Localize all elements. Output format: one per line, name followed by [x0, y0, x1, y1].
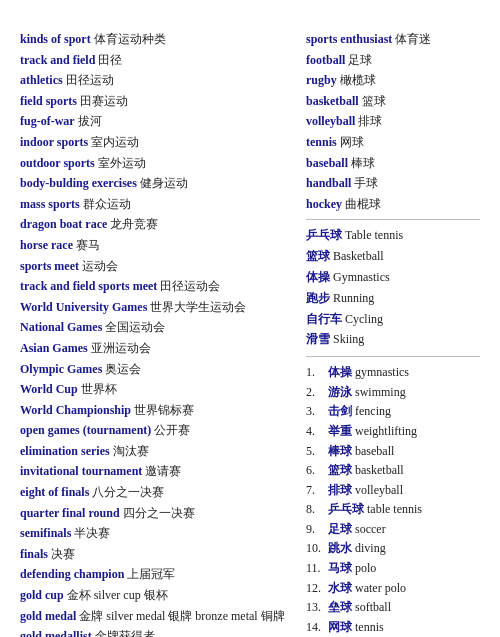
vocab-item: defending champion 上届冠军 — [20, 565, 292, 584]
vocab-en: elimination series — [20, 444, 110, 458]
vocab-en: track and field — [20, 53, 95, 67]
vocab-en: athletics — [20, 73, 63, 87]
item-cn: diving — [355, 539, 386, 558]
item-en: 乒乓球 — [328, 500, 364, 519]
vocab-item: baseball 棒球 — [306, 154, 480, 173]
item-cn: swimming — [355, 383, 406, 402]
vocab-en: handball — [306, 176, 351, 190]
vocab-item: tennis 网球 — [306, 133, 480, 152]
vocab-cn: 奥运会 — [102, 362, 141, 376]
vocab-en: baseball — [306, 156, 348, 170]
item-number: 4. — [306, 422, 328, 441]
vocab-cn: 决赛 — [48, 547, 75, 561]
vocab-en: World University Games — [20, 300, 147, 314]
item-cn: volleyball — [355, 481, 403, 500]
vocab-cn: 邀请赛 — [142, 464, 181, 478]
vocab-item: outdoor sports 室外运动 — [20, 154, 292, 173]
highlight-cn: Table tennis — [342, 228, 403, 242]
highlight-item: 篮球 Basketball — [306, 247, 480, 267]
item-number: 7. — [306, 481, 328, 500]
item-en: 游泳 — [328, 383, 352, 402]
vocab-en: kinds of sport — [20, 32, 91, 46]
item-en: 棒球 — [328, 442, 352, 461]
vocab-cn: 曲棍球 — [342, 197, 381, 211]
right-highlights: 乒乓球 Table tennis篮球 Basketball体操 Gymnasti… — [306, 219, 480, 350]
numbered-item: 10.跳水diving — [306, 539, 480, 558]
vocab-en: dragon boat race — [20, 217, 107, 231]
left-vocab-list: kinds of sport 体育运动种类track and field 田径a… — [20, 30, 292, 637]
page: kinds of sport 体育运动种类track and field 田径a… — [0, 0, 500, 637]
vocab-item: athletics 田径运动 — [20, 71, 292, 90]
highlight-cn: Skiing — [330, 332, 364, 346]
vocab-en: quarter final round — [20, 506, 120, 520]
vocab-item: eight of finals 八分之一决赛 — [20, 483, 292, 502]
vocab-en: sports enthusiast — [306, 32, 392, 46]
item-en: 水球 — [328, 579, 352, 598]
vocab-en: Olympic Games — [20, 362, 102, 376]
vocab-cn: 半决赛 — [71, 526, 110, 540]
right-column: sports enthusiast 体育迷football 足球rugby 橄榄… — [300, 30, 480, 637]
vocab-item: hockey 曲棍球 — [306, 195, 480, 214]
vocab-cn: 网球 — [337, 135, 364, 149]
vocab-en: indoor sports — [20, 135, 88, 149]
vocab-item: World University Games 世界大学生运动会 — [20, 298, 292, 317]
vocab-cn: 龙舟竞赛 — [107, 217, 158, 231]
vocab-cn: 运动会 — [79, 259, 118, 273]
numbered-item: 8.乒乓球table tennis — [306, 500, 480, 519]
vocab-item: volleyball 排球 — [306, 112, 480, 131]
item-number: 3. — [306, 402, 328, 421]
vocab-cn: 世界大学生运动会 — [147, 300, 246, 314]
vocab-item: quarter final round 四分之一决赛 — [20, 504, 292, 523]
highlight-cn: Basketball — [330, 249, 384, 263]
item-cn: tennis — [355, 618, 384, 637]
vocab-item: Asian Games 亚洲运动会 — [20, 339, 292, 358]
vocab-en: tennis — [306, 135, 337, 149]
item-number: 1. — [306, 363, 328, 382]
main-content: kinds of sport 体育运动种类track and field 田径a… — [20, 30, 480, 637]
numbered-item: 11.马球polo — [306, 559, 480, 578]
vocab-en: football — [306, 53, 345, 67]
vocab-item: handball 手球 — [306, 174, 480, 193]
vocab-en: gold medal — [20, 609, 76, 623]
vocab-en: hockey — [306, 197, 342, 211]
vocab-cn: 室内运动 — [88, 135, 139, 149]
vocab-cn: 田赛运动 — [77, 94, 128, 108]
vocab-item: sports meet 运动会 — [20, 257, 292, 276]
item-en: 篮球 — [328, 461, 352, 480]
divider — [306, 219, 480, 220]
vocab-cn: 田径运动会 — [157, 279, 220, 293]
item-number: 9. — [306, 520, 328, 539]
vocab-en: eight of finals — [20, 485, 89, 499]
vocab-en: fug-of-war — [20, 114, 75, 128]
highlight-en: 跑步 — [306, 291, 330, 305]
vocab-cn: 上届冠军 — [124, 567, 175, 581]
vocab-item: football 足球 — [306, 51, 480, 70]
numbered-item: 5.棒球baseball — [306, 442, 480, 461]
item-en: 垒球 — [328, 598, 352, 617]
vocab-item: World Championship 世界锦标赛 — [20, 401, 292, 420]
item-cn: basketball — [355, 461, 404, 480]
vocab-en: defending champion — [20, 567, 124, 581]
vocab-cn: 室外运动 — [95, 156, 146, 170]
vocab-item: invitational tournament 邀请赛 — [20, 462, 292, 481]
vocab-item: indoor sports 室内运动 — [20, 133, 292, 152]
vocab-en: horse race — [20, 238, 73, 252]
numbered-item: 12.水球water polo — [306, 579, 480, 598]
highlight-en: 自行车 — [306, 312, 342, 326]
vocab-item: body-bulding exercises 健身运动 — [20, 174, 292, 193]
highlight-en: 滑雪 — [306, 332, 330, 346]
right-numbered-list: 1.体操gymnastics2.游泳swimming3.击剑fencing4.举… — [306, 356, 480, 637]
vocab-cn: 八分之一决赛 — [89, 485, 164, 499]
vocab-en: volleyball — [306, 114, 355, 128]
vocab-cn: 淘汰赛 — [110, 444, 149, 458]
vocab-en: mass sports — [20, 197, 80, 211]
vocab-cn: 赛马 — [73, 238, 100, 252]
vocab-cn: 世界杯 — [78, 382, 117, 396]
item-number: 2. — [306, 383, 328, 402]
vocab-item: finals 决赛 — [20, 545, 292, 564]
vocab-item: track and field sports meet 田径运动会 — [20, 277, 292, 296]
vocab-cn: 田径运动 — [63, 73, 114, 87]
item-en: 举重 — [328, 422, 352, 441]
vocab-en: World Cup — [20, 382, 78, 396]
vocab-cn: 群众运动 — [80, 197, 131, 211]
